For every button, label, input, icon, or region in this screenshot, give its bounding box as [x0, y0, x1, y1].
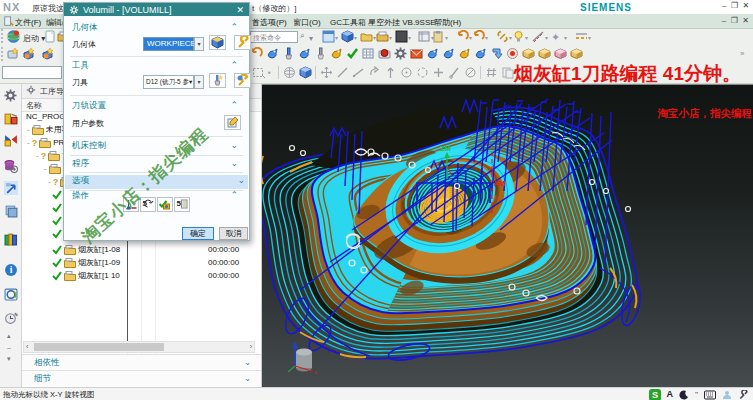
- svg-text:ZM: ZM: [440, 144, 451, 153]
- svg-text:XM: XM: [494, 179, 505, 188]
- svg-text:5: 5: [177, 199, 182, 208]
- svg-text:淘宝小店，指尖编程: 淘宝小店，指尖编程: [657, 107, 753, 119]
- svg-text:S: S: [651, 390, 657, 400]
- svg-text:x: x: [314, 369, 317, 375]
- svg-text:i: i: [10, 264, 13, 275]
